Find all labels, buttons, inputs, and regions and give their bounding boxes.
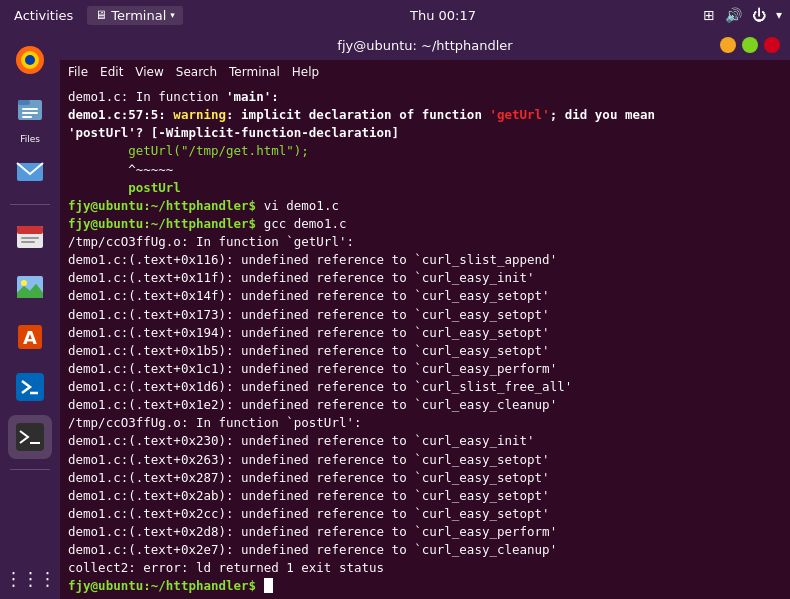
- svg-rect-12: [21, 241, 35, 243]
- output-line: demo1.c: In function 'main':: [68, 88, 782, 106]
- menu-file[interactable]: File: [68, 65, 88, 79]
- output-line: demo1.c:(.text+0x263): undefined referen…: [68, 451, 782, 469]
- output-prompt-line: fjy@ubuntu:~/httphandler$: [68, 577, 782, 595]
- sidebar-item-firefox[interactable]: [8, 38, 52, 82]
- files-label: Files: [20, 134, 40, 144]
- output-line: /tmp/ccO3ffUg.o: In function `postUrl':: [68, 414, 782, 432]
- output-line: demo1.c:(.text+0x173): undefined referen…: [68, 306, 782, 324]
- menu-terminal[interactable]: Terminal: [229, 65, 280, 79]
- output-line: demo1.c:(.text+0x1d6): undefined referen…: [68, 378, 782, 396]
- terminal-menubar: File Edit View Search Terminal Help: [60, 60, 790, 84]
- output-line: demo1.c:(.text+0x1e2): undefined referen…: [68, 396, 782, 414]
- svg-rect-11: [21, 237, 39, 239]
- svg-rect-6: [22, 112, 38, 114]
- clock: Thu 00:17: [410, 8, 476, 23]
- minimize-button[interactable]: [720, 37, 736, 53]
- terminal-icon: 🖥: [95, 8, 107, 22]
- output-line: demo1.c:57:5: warning: implicit declarat…: [68, 106, 782, 124]
- sidebar: Files: [0, 30, 60, 599]
- sidebar-item-email[interactable]: [8, 150, 52, 194]
- sidebar-item-vscode[interactable]: [8, 365, 52, 409]
- output-line: ^~~~~~: [68, 161, 782, 179]
- output-line: /tmp/ccO3ffUg.o: In function `getUrl':: [68, 233, 782, 251]
- output-line: fjy@ubuntu:~/httphandler$ gcc demo1.c: [68, 215, 782, 233]
- output-line: postUrl: [68, 179, 782, 197]
- network-icon[interactable]: ⊞: [703, 7, 715, 23]
- svg-rect-5: [22, 108, 38, 110]
- output-line: 'postUrl'? [-Wimplicit-function-declarat…: [68, 124, 782, 142]
- svg-rect-4: [18, 100, 30, 105]
- output-line: demo1.c:(.text+0x2ab): undefined referen…: [68, 487, 782, 505]
- menu-edit[interactable]: Edit: [100, 65, 123, 79]
- chevron-down-icon: ▾: [170, 10, 175, 20]
- output-line: demo1.c:(.text+0x287): undefined referen…: [68, 469, 782, 487]
- activities-button[interactable]: Activities: [8, 6, 79, 25]
- terminal-output[interactable]: demo1.c: In function 'main': demo1.c:57:…: [60, 84, 790, 599]
- menu-search[interactable]: Search: [176, 65, 217, 79]
- output-line: demo1.c:(.text+0x2cc): undefined referen…: [68, 505, 782, 523]
- top-bar-left: Activities 🖥 Terminal ▾: [8, 6, 183, 25]
- sidebar-item-software[interactable]: A: [8, 315, 52, 359]
- output-line: demo1.c:(.text+0x1c1): undefined referen…: [68, 360, 782, 378]
- sidebar-item-images[interactable]: [8, 265, 52, 309]
- terminal-app-button[interactable]: 🖥 Terminal ▾: [87, 6, 182, 25]
- maximize-button[interactable]: [742, 37, 758, 53]
- output-line: collect2: error: ld returned 1 exit stat…: [68, 559, 782, 577]
- sidebar-item-terminal[interactable]: [8, 415, 52, 459]
- output-line: demo1.c:(.text+0x116): undefined referen…: [68, 251, 782, 269]
- volume-icon[interactable]: 🔊: [725, 7, 742, 23]
- terminal-window: fjy@ubuntu: ~/httphandler File Edit View…: [60, 30, 790, 599]
- output-line: fjy@ubuntu:~/httphandler$ vi demo1.c: [68, 197, 782, 215]
- window-controls: [720, 37, 780, 53]
- output-line: demo1.c:(.text+0x14f): undefined referen…: [68, 287, 782, 305]
- svg-rect-20: [16, 423, 44, 451]
- sidebar-divider: [10, 204, 50, 205]
- terminal-title: fjy@ubuntu: ~/httphandler: [130, 38, 720, 53]
- output-line: demo1.c:(.text+0x11f): undefined referen…: [68, 269, 782, 287]
- svg-point-14: [21, 280, 27, 286]
- output-line: demo1.c:(.text+0x1b5): undefined referen…: [68, 342, 782, 360]
- menu-view[interactable]: View: [135, 65, 163, 79]
- show-apps-button[interactable]: ⋮⋮⋮: [5, 568, 56, 589]
- sidebar-item-calendar[interactable]: [8, 215, 52, 259]
- sidebar-item-files[interactable]: [8, 88, 52, 132]
- power-icon[interactable]: ⏻: [752, 7, 766, 23]
- top-bar: Activities 🖥 Terminal ▾ Thu 00:17 ⊞ 🔊 ⏻ …: [0, 0, 790, 30]
- svg-rect-10: [17, 226, 43, 234]
- output-line: demo1.c:(.text+0x230): undefined referen…: [68, 432, 782, 450]
- terminal-titlebar: fjy@ubuntu: ~/httphandler: [60, 30, 790, 60]
- output-line: demo1.c:(.text+0x194): undefined referen…: [68, 324, 782, 342]
- chevron-down-icon[interactable]: ▾: [776, 8, 782, 22]
- output-line: demo1.c:(.text+0x2e7): undefined referen…: [68, 541, 782, 559]
- sidebar-divider-2: [10, 469, 50, 470]
- terminal-cursor: [264, 578, 273, 593]
- output-line: demo1.c:(.text+0x2d8): undefined referen…: [68, 523, 782, 541]
- top-bar-right: ⊞ 🔊 ⏻ ▾: [703, 7, 782, 23]
- svg-point-2: [25, 55, 35, 65]
- terminal-label: Terminal: [111, 8, 166, 23]
- output-line: getUrl("/tmp/get.html");: [68, 142, 782, 160]
- svg-rect-7: [22, 116, 32, 118]
- main-layout: Files: [0, 30, 790, 599]
- menu-help[interactable]: Help: [292, 65, 319, 79]
- close-button[interactable]: [764, 37, 780, 53]
- svg-text:A: A: [23, 327, 37, 348]
